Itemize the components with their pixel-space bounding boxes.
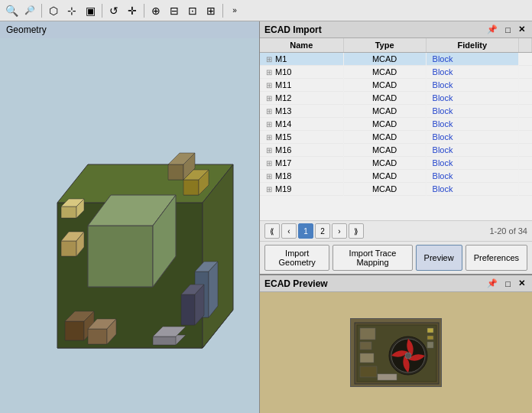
panel-header-controls: 📌 □ ✕ [485, 24, 527, 35]
svg-marker-9 [168, 164, 183, 180]
cell-fidelity: Block [426, 105, 518, 118]
action-buttons-bar: Import Geometry Import Trace Mapping Pre… [260, 241, 532, 274]
scroll-header [519, 38, 532, 53]
close-panel-icon[interactable]: ✕ [516, 24, 527, 35]
3d-view-icon[interactable]: ⬡ [45, 2, 62, 19]
preview-pin-icon[interactable]: 📌 [485, 278, 500, 289]
table-row[interactable]: ⊞M18MCADBlock [260, 170, 532, 183]
zoom-prev-icon[interactable]: ⊞ [203, 2, 219, 19]
row-icon: ⊞ [266, 159, 272, 167]
ecad-import-panel: ECAD Import 📌 □ ✕ Name Type Fidelit [260, 21, 532, 275]
row-icon: ⊞ [266, 94, 272, 102]
cell-type: MCAD [343, 183, 426, 196]
zoom-sel-icon[interactable]: ⊡ [184, 2, 201, 19]
page-count: 1-20 of 34 [489, 226, 527, 236]
ecad-preview-header: ECAD Preview 📌 □ ✕ [260, 275, 532, 292]
preview-btn[interactable]: Preview [416, 245, 462, 271]
row-icon: ⊞ [266, 185, 272, 193]
cell-type: MCAD [343, 118, 426, 131]
ecad-preview-title: ECAD Preview [264, 278, 328, 289]
cell-type: MCAD [343, 157, 426, 170]
toolbar: 🔍 🔎 ⬡ ⊹ ▣ ↺ ✛ ⊕ ⊟ ⊡ ⊞ » [0, 0, 532, 21]
toolbar-sep-3 [144, 4, 144, 18]
select-icon[interactable]: ⊹ [63, 2, 80, 19]
cell-fidelity: Block [426, 183, 518, 196]
cell-fidelity: Block [426, 170, 518, 183]
ecad-table: Name Type Fidelity ⊞M1MCADBlock⊞M10MCADB… [260, 38, 532, 196]
cell-type: MCAD [343, 170, 426, 183]
preview-image [350, 318, 442, 387]
geometry-viewport[interactable] [0, 38, 259, 413]
col-type[interactable]: Type [343, 38, 426, 53]
main-container: 🔍 🔎 ⬡ ⊹ ▣ ↺ ✛ ⊕ ⊟ ⊡ ⊞ » Geometry [0, 0, 532, 413]
zoom-fit2-icon[interactable]: ⊟ [166, 2, 183, 19]
preview-undock-icon[interactable]: □ [503, 278, 513, 289]
zoom-box-icon[interactable]: ⊕ [148, 2, 164, 19]
row-icon: ⊞ [266, 81, 272, 89]
rotate-icon[interactable]: ↺ [105, 2, 122, 19]
table-row[interactable]: ⊞M19MCADBlock [260, 183, 532, 196]
svg-rect-49 [360, 328, 375, 340]
row-icon: ⊞ [266, 133, 272, 141]
svg-marker-25 [65, 321, 84, 340]
cell-fidelity: Block [426, 131, 518, 144]
preview-close-icon[interactable]: ✕ [516, 278, 527, 289]
cell-type: MCAD [343, 131, 426, 144]
table-row[interactable]: ⊞M10MCADBlock [260, 66, 532, 79]
table-header-row: Name Type Fidelity [260, 38, 532, 53]
preferences-btn[interactable]: Preferences [466, 245, 527, 271]
table-row[interactable]: ⊞M17MCADBlock [260, 157, 532, 170]
cell-name: ⊞M19 [260, 183, 343, 196]
preview-content [260, 292, 532, 413]
table-row[interactable]: ⊞M16MCADBlock [260, 144, 532, 157]
cell-type: MCAD [343, 79, 426, 92]
pin-icon[interactable]: 📌 [485, 24, 500, 35]
page-1-btn[interactable]: 1 [298, 223, 313, 239]
col-fidelity[interactable]: Fidelity [426, 38, 518, 53]
move-icon[interactable]: ✛ [124, 2, 141, 19]
table-row[interactable]: ⊞M11MCADBlock [260, 79, 532, 92]
svg-rect-51 [360, 353, 374, 363]
table-row[interactable]: ⊞M1MCADBlock [260, 53, 532, 66]
cell-fidelity: Block [426, 157, 518, 170]
more-tools-icon[interactable]: » [226, 2, 243, 19]
next-page-btn[interactable]: › [332, 223, 347, 239]
toolbar-sep-2 [102, 4, 102, 18]
svg-marker-36 [61, 206, 76, 218]
left-panel: Geometry [0, 21, 260, 413]
cell-type: MCAD [343, 66, 426, 79]
row-icon: ⊞ [266, 68, 272, 76]
zoom-out-icon[interactable]: 🔍 [3, 2, 20, 19]
col-name[interactable]: Name [260, 38, 343, 53]
prev-page-btn[interactable]: ‹ [281, 223, 297, 239]
import-geometry-btn[interactable]: Import Geometry [264, 245, 329, 271]
right-panel: ECAD Import 📌 □ ✕ Name Type Fidelit [260, 21, 532, 413]
page-2-btn[interactable]: 2 [315, 223, 330, 239]
cell-name: ⊞M13 [260, 105, 343, 118]
ecad-table-container[interactable]: Name Type Fidelity ⊞M1MCADBlock⊞M10MCADB… [260, 38, 532, 220]
table-row[interactable]: ⊞M13MCADBlock [260, 105, 532, 118]
pagination-bar: ⟪ ‹ 1 2 › ⟫ 1-20 of 34 [260, 220, 532, 241]
table-row[interactable]: ⊞M14MCADBlock [260, 118, 532, 131]
table-row[interactable]: ⊞M15MCADBlock [260, 131, 532, 144]
last-page-btn[interactable]: ⟫ [349, 223, 364, 239]
svg-rect-50 [360, 342, 371, 350]
row-icon: ⊞ [266, 146, 272, 154]
svg-rect-54 [427, 328, 433, 333]
undock-icon[interactable]: □ [503, 24, 513, 35]
row-icon: ⊞ [266, 55, 272, 63]
cell-fidelity: Block [426, 92, 518, 105]
cell-fidelity: Block [426, 66, 518, 79]
ecad-preview-panel: ECAD Preview 📌 □ ✕ [260, 275, 532, 413]
geometry-svg [19, 73, 241, 379]
row-icon: ⊞ [266, 120, 272, 128]
import-trace-btn[interactable]: Import Trace Mapping [332, 245, 412, 271]
fit-icon[interactable]: ▣ [82, 2, 99, 19]
table-row[interactable]: ⊞M12MCADBlock [260, 92, 532, 105]
cell-name: ⊞M11 [260, 79, 343, 92]
first-page-btn[interactable]: ⟪ [264, 223, 280, 239]
page-buttons: ⟪ ‹ 1 2 › ⟫ [264, 223, 364, 239]
svg-marker-13 [183, 180, 199, 195]
svg-rect-53 [378, 374, 397, 380]
zoom-in-icon[interactable]: 🔎 [21, 2, 38, 19]
